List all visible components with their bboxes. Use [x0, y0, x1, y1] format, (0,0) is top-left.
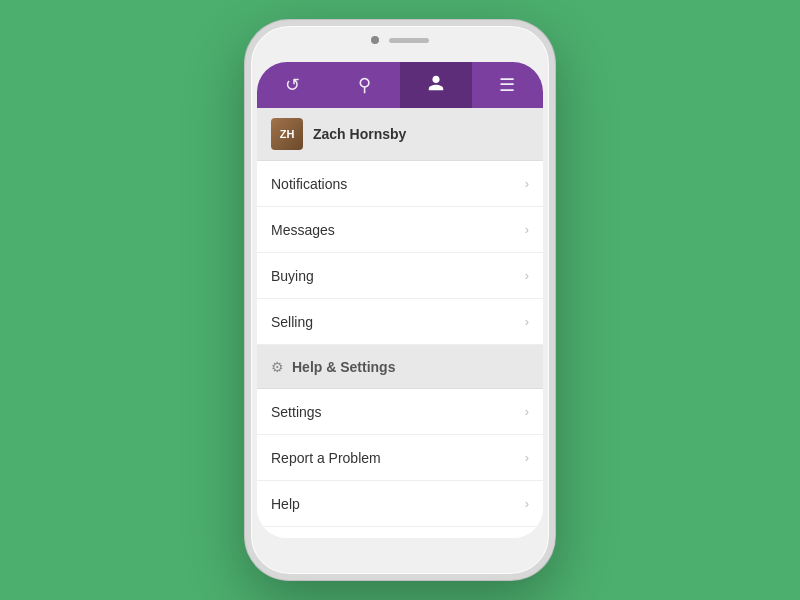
phone-speaker: [389, 38, 429, 43]
chevron-icon: ›: [525, 222, 529, 237]
hamburger-icon: ☰: [499, 74, 515, 96]
avatar: ZH: [271, 118, 303, 150]
menu-item-settings[interactable]: Settings ›: [257, 389, 543, 435]
refresh-icon: ↺: [285, 74, 300, 96]
tab-profile[interactable]: [400, 62, 472, 108]
chevron-icon: ›: [525, 268, 529, 283]
chevron-icon: ›: [525, 496, 529, 511]
user-name: Zach Hornsby: [313, 126, 406, 142]
chevron-icon: ›: [525, 314, 529, 329]
tab-search[interactable]: ⚲: [329, 62, 401, 108]
phone-body: ↺ ⚲ ☰ ZH: [245, 20, 555, 580]
phone-screen: ↺ ⚲ ☰ ZH: [257, 62, 543, 538]
buying-label: Buying: [271, 268, 314, 284]
section-header-help-settings: ⚙ Help & Settings: [257, 345, 543, 389]
tab-refresh[interactable]: ↺: [257, 62, 329, 108]
chevron-icon: ›: [525, 176, 529, 191]
profile-icon: [427, 74, 445, 97]
menu-item-buying[interactable]: Buying ›: [257, 253, 543, 299]
phone-camera: [371, 36, 379, 44]
messages-label: Messages: [271, 222, 335, 238]
chevron-icon: ›: [525, 404, 529, 419]
nav-tabs: ↺ ⚲ ☰: [257, 62, 543, 108]
menu-item-help[interactable]: Help ›: [257, 481, 543, 527]
chevron-icon: ›: [525, 450, 529, 465]
menu-item-logout[interactable]: Logout: [257, 527, 543, 538]
help-label: Help: [271, 496, 300, 512]
phone-top-bar: [371, 36, 429, 44]
tab-menu[interactable]: ☰: [472, 62, 544, 108]
report-problem-label: Report a Problem: [271, 450, 381, 466]
selling-label: Selling: [271, 314, 313, 330]
menu-item-messages[interactable]: Messages ›: [257, 207, 543, 253]
gear-icon: ⚙: [271, 359, 284, 375]
section-header-label: Help & Settings: [292, 359, 395, 375]
menu-item-selling[interactable]: Selling ›: [257, 299, 543, 345]
search-icon: ⚲: [358, 74, 371, 96]
menu-item-notifications[interactable]: Notifications ›: [257, 161, 543, 207]
menu-item-report-problem[interactable]: Report a Problem ›: [257, 435, 543, 481]
notifications-label: Notifications: [271, 176, 347, 192]
settings-label: Settings: [271, 404, 322, 420]
phone-device: ↺ ⚲ ☰ ZH: [245, 20, 555, 580]
avatar-image: ZH: [271, 118, 303, 150]
user-row: ZH Zach Hornsby: [257, 108, 543, 161]
